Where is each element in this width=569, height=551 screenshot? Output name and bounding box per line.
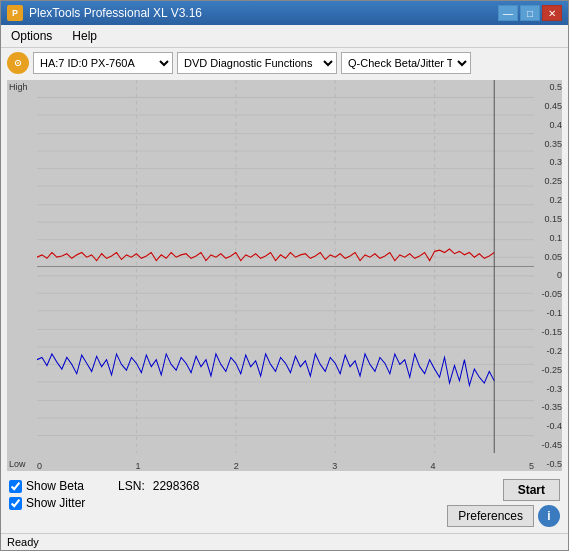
y-right-15: -0.25 (536, 365, 562, 375)
bottom-panel: Show Beta LSN: 2298368 Show Jitter Start… (1, 473, 568, 533)
chart-svg (37, 80, 534, 453)
y-right-8: 0.1 (536, 233, 562, 243)
drive-icon: ⊙ (7, 52, 29, 74)
preferences-button[interactable]: Preferences (447, 505, 534, 527)
y-right-9: 0.05 (536, 252, 562, 262)
show-jitter-label: Show Jitter (26, 496, 85, 510)
y-label-left: High Low (9, 80, 37, 471)
drive-select[interactable]: HA:7 ID:0 PX-760A (33, 52, 173, 74)
lsn-value: 2298368 (153, 479, 200, 493)
x-label-5: 5 (529, 461, 534, 471)
x-label-2: 2 (234, 461, 239, 471)
y-right-6: 0.2 (536, 195, 562, 205)
title-bar-left: P PlexTools Professional XL V3.16 (7, 5, 202, 21)
menu-bar: Options Help (1, 25, 568, 48)
show-beta-row: Show Beta LSN: 2298368 (9, 479, 199, 493)
y-right-16: -0.3 (536, 384, 562, 394)
y-label-right: 0.5 0.45 0.4 0.35 0.3 0.25 0.2 0.15 0.1 … (536, 80, 562, 471)
show-jitter-row: Show Jitter (9, 496, 199, 510)
y-right-1: 0.45 (536, 101, 562, 111)
window-title: PlexTools Professional XL V3.16 (29, 6, 202, 20)
y-right-12: -0.1 (536, 308, 562, 318)
x-label-0: 0 (37, 461, 42, 471)
app-icon: P (7, 5, 23, 21)
lsn-label: LSN: (118, 479, 145, 493)
y-right-11: -0.05 (536, 289, 562, 299)
x-label-3: 3 (332, 461, 337, 471)
x-label-4: 4 (431, 461, 436, 471)
title-bar: P PlexTools Professional XL V3.16 — □ ✕ (1, 1, 568, 25)
y-right-17: -0.35 (536, 402, 562, 412)
main-window: P PlexTools Professional XL V3.16 — □ ✕ … (0, 0, 569, 551)
y-right-0: 0.5 (536, 82, 562, 92)
y-right-10: 0 (536, 270, 562, 280)
y-right-4: 0.3 (536, 157, 562, 167)
maximize-button[interactable]: □ (520, 5, 540, 21)
title-buttons: — □ ✕ (498, 5, 562, 21)
y-right-3: 0.35 (536, 139, 562, 149)
show-beta-label: Show Beta (26, 479, 84, 493)
status-bar: Ready (1, 533, 568, 550)
close-button[interactable]: ✕ (542, 5, 562, 21)
y-right-18: -0.4 (536, 421, 562, 431)
chart-plot (37, 80, 534, 453)
show-beta-checkbox[interactable] (9, 480, 22, 493)
y-right-14: -0.2 (536, 346, 562, 356)
minimize-button[interactable]: — (498, 5, 518, 21)
test-select[interactable]: Q-Check Beta/Jitter Test (341, 52, 471, 74)
function-select[interactable]: DVD Diagnostic Functions (177, 52, 337, 74)
menu-options[interactable]: Options (5, 27, 58, 45)
menu-help[interactable]: Help (66, 27, 103, 45)
start-button[interactable]: Start (503, 479, 560, 501)
y-right-20: -0.5 (536, 459, 562, 469)
y-left-bottom: Low (9, 459, 37, 469)
info-button[interactable]: i (538, 505, 560, 527)
show-jitter-checkbox[interactable] (9, 497, 22, 510)
y-right-5: 0.25 (536, 176, 562, 186)
chart-area: High Low 0.5 0.45 0.4 0.35 0.3 0.25 0.2 … (7, 80, 562, 471)
y-right-2: 0.4 (536, 120, 562, 130)
toolbar: ⊙ HA:7 ID:0 PX-760A DVD Diagnostic Funct… (1, 48, 568, 78)
y-right-19: -0.45 (536, 440, 562, 450)
x-axis-labels: 0 1 2 3 4 5 (37, 455, 534, 471)
status-text: Ready (7, 536, 39, 548)
y-right-13: -0.15 (536, 327, 562, 337)
y-right-7: 0.15 (536, 214, 562, 224)
x-label-1: 1 (135, 461, 140, 471)
y-left-top: High (9, 82, 37, 92)
